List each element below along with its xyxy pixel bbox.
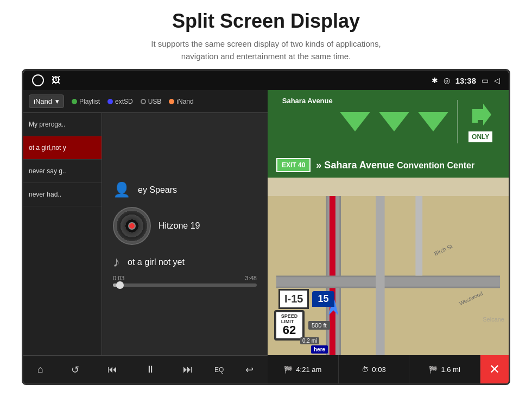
exit-dest-text: » Sahara Avenue <box>316 160 394 171</box>
playlist-item-1[interactable]: ot a girl,not y <box>23 136 102 160</box>
progress-section: 0:03 3:48 <box>107 275 262 287</box>
track-artist: ey Spears <box>138 185 177 195</box>
exit-badge: EXIT 40 <box>276 158 311 172</box>
playlist-sidebar: My preroga.. ot a girl,not y never say g… <box>23 113 102 355</box>
split-area: iNand ▾ Playlist extSD USB <box>23 90 509 383</box>
repeat-button[interactable]: ↺ <box>65 361 86 379</box>
status-time: 13:38 <box>455 76 476 85</box>
eta-duration-value: 0:03 <box>372 365 385 374</box>
down-arrow-1 <box>340 112 370 131</box>
back-button[interactable]: ↩ <box>239 361 260 379</box>
eta-distance-value: 1.6 mi <box>441 365 460 374</box>
pause-button[interactable]: ⏸ <box>139 361 162 379</box>
close-button[interactable]: ✕ <box>480 355 509 383</box>
radio-dot-playlist <box>72 99 77 104</box>
playlist-area: My preroga.. ot a girl,not y never say g… <box>23 113 268 355</box>
clock-icon: ⏱ <box>362 365 369 374</box>
progress-thumb[interactable] <box>116 281 124 289</box>
page-title: Split Screen Display <box>22 10 510 33</box>
interstate-shield: I-15 15 <box>278 289 334 309</box>
road-name-top: Sahara Avenue <box>282 94 333 105</box>
player-main: 👤 ey Spears Hitzone 19 ♪ ot a girl not y… <box>102 113 268 355</box>
device-frame: 🖼 ✱ ◎ 13:38 ▭ ◁ iNand ▾ Playlist <box>22 69 510 385</box>
turn-exit-group: ONLY <box>467 101 494 142</box>
nav-status-bar: 🏁 4:21 am ⏱ 0:03 🏁 1.6 mi ✕ <box>268 355 509 383</box>
location-icon: ◎ <box>444 76 450 85</box>
arrow-sign-1 <box>340 112 370 131</box>
playlist-item-3[interactable]: never had.. <box>23 183 102 206</box>
track-song: ot a girl not yet <box>128 257 185 267</box>
status-bar: 🖼 ✱ ◎ 13:38 ▭ ◁ <box>23 71 509 90</box>
down-arrow-3 <box>418 112 448 131</box>
svg-rect-6 <box>276 277 500 286</box>
eta-time-value: 4:21 am <box>296 365 321 374</box>
progress-times: 0:03 3:48 <box>113 275 257 281</box>
playlist-item-2[interactable]: never say g.. <box>23 160 102 183</box>
source-options: Playlist extSD USB iNand <box>72 98 194 105</box>
source-playlist[interactable]: Playlist <box>72 98 100 105</box>
progress-bar[interactable] <box>113 283 257 287</box>
source-dropdown[interactable]: iNand ▾ <box>29 94 64 108</box>
source-usb[interactable]: USB <box>141 98 162 105</box>
time-current: 0:03 <box>113 275 124 281</box>
bluetooth-icon: ✱ <box>432 76 438 85</box>
speed-limit-value: 62 <box>283 323 296 337</box>
dist-marker-ft: 500 ft <box>308 321 330 330</box>
source-label: iNand <box>34 97 52 105</box>
radio-dot-extsd <box>107 99 113 104</box>
nav-eta-duration: ⏱ 0:03 <box>339 355 410 383</box>
dropdown-arrow-icon: ▾ <box>55 97 59 105</box>
control-bar: ⌂ ↺ ⏮ ⏸ ⏭ EQ ↩ <box>23 355 268 383</box>
disc-icon <box>113 207 151 245</box>
map-area: Sahara Avenue <box>268 90 509 383</box>
time-total: 3:48 <box>245 275 257 281</box>
track-row-song: ♪ ot a girl not yet <box>113 254 257 270</box>
interstate-badge: 15 <box>312 291 334 307</box>
source-bar: iNand ▾ Playlist extSD USB <box>23 90 268 113</box>
track-row-artist: 👤 ey Spears <box>113 181 257 198</box>
source-inand[interactable]: iNand <box>169 98 193 105</box>
source-inand-label: iNand <box>176 98 193 105</box>
home-button[interactable]: ⌂ <box>31 361 50 379</box>
page-subtitle: It supports the same screen display of t… <box>22 38 510 62</box>
home-circle-icon <box>32 74 44 86</box>
svg-marker-0 <box>472 104 491 125</box>
page-header: Split Screen Display It supports the sam… <box>0 0 532 69</box>
svg-rect-7 <box>376 196 384 355</box>
only-box: ONLY <box>468 131 492 142</box>
arrow-sign-2 <box>379 112 409 131</box>
track-row-album: Hitzone 19 <box>113 207 257 245</box>
music-panel: iNand ▾ Playlist extSD USB <box>23 90 268 383</box>
flag-start-icon: 🏁 <box>284 365 293 374</box>
eq-button[interactable]: EQ <box>214 366 224 374</box>
source-usb-label: USB <box>148 98 162 105</box>
speed-sign: SPEEDLIMIT 62 <box>274 310 305 341</box>
exit-subtitle: Convention Center <box>397 161 474 170</box>
interstate-number: I-15 <box>278 289 309 309</box>
source-extsd-label: extSD <box>115 98 133 105</box>
disc-center <box>128 222 136 230</box>
person-icon: 👤 <box>113 181 130 198</box>
playlist-item-0[interactable]: My preroga.. <box>23 113 102 136</box>
next-button[interactable]: ⏭ <box>176 361 199 379</box>
exit-sign-area: EXIT 40 » Sahara Avenue Convention Cente… <box>268 153 509 178</box>
here-logo: here <box>311 345 328 354</box>
track-info: 👤 ey Spears Hitzone 19 ♪ ot a girl not y… <box>107 181 262 270</box>
image-icon: 🖼 <box>52 75 60 85</box>
svg-rect-8 <box>415 196 422 276</box>
source-playlist-label: Playlist <box>79 98 100 105</box>
exit-destination: » Sahara Avenue Convention Center <box>316 160 474 171</box>
prev-button[interactable]: ⏮ <box>101 361 124 379</box>
track-album: Hitzone 19 <box>159 221 200 231</box>
dist-label-mi: 0.2 mi <box>300 337 319 344</box>
back-icon: ◁ <box>494 76 500 85</box>
flag-end-icon: 🏁 <box>429 365 438 374</box>
arrow-sign-3 <box>418 112 448 131</box>
source-extsd[interactable]: extSD <box>107 98 133 105</box>
radio-dot-usb <box>141 99 146 104</box>
sign-separator <box>457 100 458 143</box>
highway-sign-top: Sahara Avenue <box>268 90 509 153</box>
down-arrow-2 <box>379 112 409 131</box>
watermark: Seicane <box>483 316 504 323</box>
map-roads: Birch St Westwood SPEEDLIMIT 62 500 ft 0… <box>268 196 509 355</box>
